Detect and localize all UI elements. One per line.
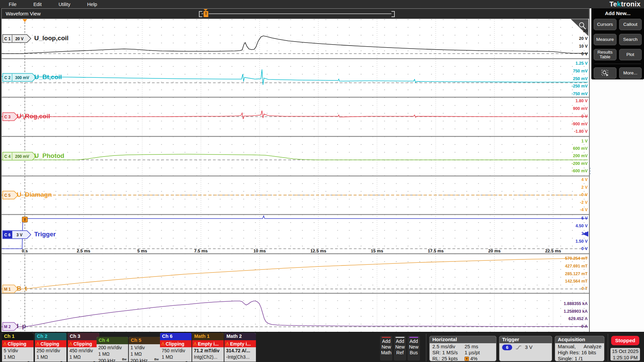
- trigger-position-icon: T: [465, 357, 469, 361]
- logo-text: Te: [609, 0, 617, 8]
- scale-label-c3-4: -1.80 V: [541, 129, 588, 134]
- scale-label-m2-2: 629.452 A: [541, 316, 588, 321]
- setting-text: 5 V/div: [4, 348, 18, 353]
- navigator-right-bracket[interactable]: [391, 11, 395, 17]
- scale-label-m2-0: 1.888355 kA: [541, 301, 588, 306]
- panel-drag-handle[interactable]: •••: [589, 167, 591, 176]
- scale-label-c3-2: 0 V: [541, 114, 588, 119]
- add-new-ref-button[interactable]: Add New Ref: [394, 336, 406, 361]
- setting-text: 200 kHz: [162, 361, 179, 362]
- zoom-select-button[interactable]: [594, 67, 616, 79]
- channel-card-math1[interactable]: Math 1⚠Empty i...71.2 mT/divIntg(Ch2)...: [192, 333, 224, 362]
- addbtn-color-bar: [395, 337, 405, 338]
- channel-name-m2: I_p: [17, 322, 26, 330]
- channel-name-c2: U_Bt,coil: [34, 73, 62, 81]
- card-setting-row: 200 kHzBW: [35, 360, 66, 362]
- menu-item-file[interactable]: File: [9, 2, 16, 7]
- record-navigator-line: [202, 13, 391, 14]
- bandwidth-limit-icon: BW: [154, 358, 159, 361]
- add-new-math-button[interactable]: Add New Math: [380, 336, 392, 361]
- card-setting-row: 1 MΩ: [68, 354, 99, 361]
- channel-card-ch5[interactable]: Ch 51 V/div1 MΩ200 kHzBW: [129, 337, 160, 362]
- scale-label-m2-3: 0 A: [541, 324, 588, 329]
- horizontal-left-value: SR: 1 MS/s: [432, 350, 458, 356]
- card-alert: ⚠Empty i...: [192, 340, 224, 347]
- add-new-cursors-button[interactable]: Cursors: [594, 19, 616, 30]
- channel-card-math2[interactable]: Math 2⚠Empty i...314.72 A/...-Intg(Ch3..…: [224, 333, 256, 362]
- navigator-left-bracket[interactable]: [199, 11, 202, 17]
- acq-single: Single: 1 /1: [558, 356, 601, 361]
- zoom-select-icon: [601, 69, 609, 77]
- logo-text-2: tronix: [621, 0, 641, 8]
- acq-resolution: High Res: 16 bits: [558, 350, 601, 356]
- card-setting-row: 200 kHzBW: [160, 360, 192, 362]
- channel-card-ch4[interactable]: Ch 4200 mV/div1 MΩ200 kHzBW: [97, 337, 128, 362]
- navigator-trigger-marker[interactable]: T: [203, 11, 209, 17]
- waveform-view-titlebar: Waveform View T: [2, 9, 589, 19]
- add-new-search-button[interactable]: Search: [619, 34, 642, 45]
- bandwidth-limit-icon: BW: [28, 361, 32, 362]
- scale-label-c1-0: 30: [541, 28, 588, 33]
- trigger-source-badge: 6: [502, 345, 512, 350]
- card-alert: ⚠Clipping: [35, 340, 66, 347]
- time-axis-label-1: 2.5 ms: [69, 248, 98, 253]
- horizontal-right-value: 25 ms: [465, 344, 478, 350]
- card-setting-row: 1 MΩ: [129, 351, 160, 358]
- trigger-panel[interactable]: Trigger 6 3 V: [499, 336, 552, 361]
- setting-text: 250 mV/div: [37, 348, 60, 353]
- card-alert: ⚠Empty i...: [224, 340, 256, 347]
- card-alert: ⚠Clipping: [68, 340, 99, 347]
- setting-text: 200 mV/div: [98, 345, 122, 350]
- card-setting-row: 450 mV/div: [68, 347, 99, 354]
- add-new-measure-button[interactable]: Measure: [594, 34, 616, 45]
- bandwidth-limit-icon: BW: [185, 361, 190, 362]
- scale-label-m1-1: 427.691 mT: [541, 264, 588, 268]
- card-title: Math 1: [192, 333, 224, 340]
- card-title: Ch 1: [2, 333, 34, 340]
- channel-card-ch1[interactable]: Ch 1⚠Clipping5 V/div1 MΩ200 kHzBW: [2, 333, 34, 362]
- add-new-results-table-button[interactable]: Results Table: [594, 49, 616, 60]
- scale-label-m1-2: 285.127 mT: [541, 272, 588, 276]
- datetime-display: 15 Oct 2025 1:25:10 PM: [610, 348, 640, 361]
- menu-item-help[interactable]: Help: [87, 2, 97, 7]
- horizontal-right-group: T4%: [465, 356, 493, 361]
- card-title: Ch 5: [129, 337, 160, 344]
- time-axis-label-9: 22.5 ms: [539, 248, 567, 253]
- waveform-grid[interactable]: [2, 19, 589, 332]
- card-alert: ⚠Clipping: [2, 340, 34, 347]
- logo-k: k: [617, 0, 621, 8]
- rising-edge-icon: [516, 345, 522, 350]
- channel-name-c5: U_Diamagn: [17, 191, 52, 198]
- card-setting-row: 250 mV/div: [35, 347, 66, 354]
- add-new-title: Add New...: [594, 10, 642, 16]
- scale-label-c2-4: -750 mV: [541, 92, 588, 96]
- scale-label-m1-4: 0 T: [541, 286, 588, 291]
- tektronix-logo: Tektronix: [609, 0, 641, 8]
- more-button[interactable]: More...: [619, 67, 642, 79]
- date-text: 15 Oct 2025: [610, 348, 640, 355]
- channel-card-ch6[interactable]: Ch 6⚠Clipping750 mV/div1 MΩ200 kHzBW: [160, 333, 192, 362]
- horizontal-panel[interactable]: Horizontal 2.5 ms/div25 msSR: 1 MS/s1 µs…: [429, 336, 496, 361]
- add-new-bus-button[interactable]: Add New Bus: [408, 336, 420, 361]
- trigger-panel-title: Trigger: [499, 336, 552, 343]
- time-axis-label-4: 10 ms: [246, 248, 274, 253]
- setting-text: 450 mV/div: [69, 348, 93, 353]
- scale-label-c5-3: -2 V: [541, 200, 588, 205]
- card-setting-row: 1 MΩ: [97, 351, 128, 358]
- run-stop-status-badge[interactable]: Stopped: [611, 336, 639, 345]
- setting-text: 750 mV/div: [162, 348, 185, 353]
- channel-card-ch3[interactable]: Ch 3⚠Clipping450 mV/div1 MΩ200 kHzBW: [68, 333, 99, 362]
- add-new-callout-button[interactable]: Callout: [619, 19, 642, 30]
- menu-item-utility[interactable]: Utility: [58, 2, 70, 7]
- menu-item-edit[interactable]: Edit: [33, 2, 42, 7]
- add-new-plot-button[interactable]: Plot: [619, 49, 642, 60]
- card-title: Ch 2: [35, 333, 66, 340]
- scale-label-c1-2: 10 V: [541, 44, 588, 49]
- channel-card-ch2[interactable]: Ch 2⚠Clipping250 mV/div1 MΩ200 kHzBW: [35, 333, 66, 362]
- horizontal-row-2: RL: 25 kptsT4%: [432, 356, 493, 361]
- horizontal-right-group: 1 µs/pt: [465, 350, 493, 356]
- acquisition-panel[interactable]: Acquisition Manual,Analyze High Res: 16 …: [555, 336, 604, 361]
- acquisition-panel-title: Acquisition: [555, 336, 604, 343]
- channel-name-m1: B_t: [17, 285, 27, 292]
- scale-label-c4-2: 200 mV: [541, 154, 588, 158]
